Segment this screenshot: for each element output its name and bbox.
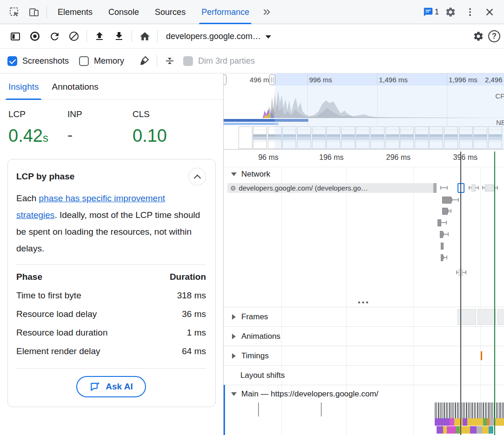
messages-button[interactable]: 1 (421, 3, 441, 21)
target-dropdown[interactable]: developers.google.com… (160, 27, 277, 46)
tab-insights[interactable]: Insights (2, 73, 45, 100)
track-main-header[interactable]: Main — https://developers.google.com/ (224, 385, 504, 402)
overview-time-label: 1,496 ms (379, 76, 408, 84)
flame-segment[interactable] (450, 418, 454, 426)
flame-segment[interactable] (470, 426, 477, 434)
reload-and-record-button[interactable] (45, 27, 64, 45)
screenshots-label[interactable]: Screenshots (22, 56, 69, 66)
track-label: Timings (241, 351, 269, 361)
toggle-sidebar-button[interactable] (6, 27, 25, 45)
network-whisker[interactable] (440, 187, 448, 188)
ask-ai-label: Ask AI (106, 382, 133, 392)
close-devtools-button[interactable] (480, 3, 499, 21)
network-resize-handle[interactable] (358, 300, 370, 305)
flame-segment[interactable] (463, 418, 467, 426)
inspect-element-button[interactable] (5, 3, 24, 21)
divider (157, 30, 158, 42)
dim-3rd-parties-checkbox[interactable] (183, 56, 193, 66)
flame-segment[interactable] (489, 426, 493, 434)
home-button[interactable] (135, 27, 154, 45)
upload-profile-button[interactable] (90, 27, 109, 45)
lcp-by-phase-card: LCP by phase Each phase has specific imp… (7, 159, 216, 407)
flame-segment[interactable] (483, 418, 487, 426)
flame-segment[interactable] (447, 426, 456, 434)
desc-text: Each (16, 193, 39, 203)
network-bar[interactable] (440, 231, 443, 238)
network-whisker[interactable] (451, 199, 459, 200)
marker-line-green (494, 152, 495, 435)
collapse-card-button[interactable] (188, 168, 206, 185)
overview-time-label: 996 ms (309, 76, 332, 84)
network-bar[interactable] (442, 197, 451, 204)
metric-lcp: LCP 0.42s (8, 109, 67, 146)
task-tick[interactable] (258, 402, 259, 416)
col-duration: Duration (170, 272, 206, 282)
clear-recording-button[interactable] (64, 27, 84, 45)
flame-segment[interactable] (495, 418, 504, 426)
flame-segment[interactable] (467, 418, 483, 426)
capture-settings-button[interactable] (469, 27, 488, 45)
network-bar[interactable] (485, 185, 494, 191)
collect-garbage-button[interactable] (134, 52, 154, 70)
memory-checkbox[interactable] (79, 56, 89, 66)
selected-request-box[interactable] (458, 183, 464, 193)
record-button[interactable] (25, 27, 45, 45)
flame-segment[interactable] (456, 426, 460, 434)
filmstrip-thumbnail[interactable] (253, 126, 267, 149)
flame-segment[interactable] (443, 426, 447, 434)
network-bar[interactable] (438, 219, 441, 226)
memory-label[interactable]: Memory (94, 56, 124, 66)
track-network-header[interactable]: Network (224, 167, 504, 181)
main-activity-barcode[interactable] (435, 402, 504, 418)
selection-left-handle[interactable] (224, 74, 226, 85)
network-whisker[interactable] (448, 211, 451, 211)
screenshots-checkbox[interactable] (7, 56, 17, 66)
network-bar[interactable] (471, 185, 476, 191)
track-animations[interactable]: Animations (224, 326, 504, 346)
tab-sources[interactable]: Sources (147, 0, 193, 24)
kebab-menu-button[interactable] (460, 3, 480, 21)
flame-segment[interactable] (454, 418, 463, 426)
block-icon (68, 31, 80, 42)
frame-thumbnail[interactable] (497, 309, 504, 325)
track-layout-shifts[interactable]: Layout shifts (224, 365, 504, 385)
timeline-overview[interactable]: 496 ms 996 ms 1,496 ms 1,996 ms 2,496 ms… (224, 73, 504, 150)
network-whisker[interactable] (443, 257, 447, 258)
selection-right-handle[interactable] (269, 74, 275, 85)
help-button[interactable]: ? (488, 30, 500, 42)
close-icon (484, 7, 495, 17)
task-tick[interactable] (321, 402, 322, 416)
more-tabs-button[interactable] (257, 3, 277, 21)
frame-thumbnail[interactable] (477, 309, 496, 325)
compress-icon-button[interactable] (160, 52, 179, 70)
tab-performance[interactable]: Performance (193, 0, 257, 24)
flame-segment[interactable] (477, 426, 482, 434)
network-request-label: developers.google.com/ (developers.go… (239, 184, 368, 192)
network-bar[interactable] (442, 208, 448, 215)
tab-console[interactable]: Console (100, 0, 147, 24)
phase-duration: 64 ms (182, 346, 206, 356)
tab-annotations[interactable]: Annotations (45, 73, 105, 100)
track-frames[interactable]: Frames (224, 307, 504, 326)
flame-segment[interactable] (482, 426, 489, 434)
tab-elements[interactable]: Elements (50, 0, 100, 24)
track-timings[interactable]: Timings (224, 346, 504, 365)
settings-button[interactable] (441, 3, 460, 21)
download-profile-button[interactable] (109, 27, 129, 45)
target-dropdown-value: developers.google.com… (166, 32, 261, 41)
ask-ai-button[interactable]: Ask AI (76, 376, 146, 397)
network-whisker[interactable] (443, 234, 449, 235)
network-bar[interactable] (441, 243, 444, 250)
filmstrip-thumbnail[interactable] (224, 126, 238, 149)
filmstrip-thumbnail[interactable] (239, 126, 252, 149)
flame-segment[interactable] (460, 426, 470, 434)
network-request-chip[interactable]: developers.google.com/ (developers.go… (227, 183, 437, 193)
flame-segment[interactable] (437, 426, 443, 434)
timing-marker[interactable] (481, 351, 482, 360)
timeline-tracks: Network developers.google.com/ (develope… (224, 167, 504, 435)
flame-segment[interactable] (435, 418, 450, 426)
track-label: Main — https://developers.google.com/ (241, 389, 378, 399)
device-toolbar-button[interactable] (24, 3, 44, 21)
network-request-row (224, 268, 504, 278)
col-phase: Phase (16, 272, 42, 282)
